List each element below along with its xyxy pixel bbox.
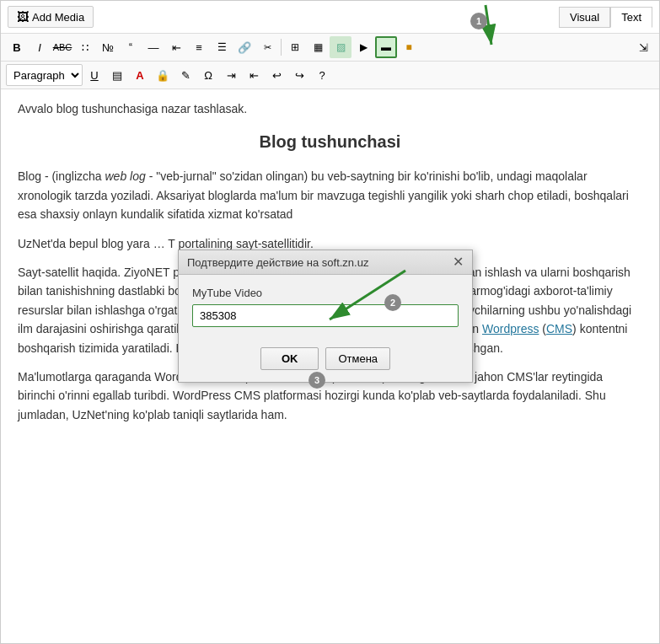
- dialog-field-label: MyTube Video: [192, 287, 459, 299]
- dialog-body: MyTube Video: [179, 275, 472, 339]
- dialog-input[interactable]: [192, 304, 459, 327]
- dialog-title: Подтвердите действие на soft.zn.uz: [187, 256, 368, 269]
- dialog-cancel-button[interactable]: Отмена: [325, 347, 390, 370]
- dialog-close-button[interactable]: ✕: [453, 255, 464, 269]
- editor-container: 🖼 Add Media Visual Text B I ABC ∷ № “ — …: [0, 0, 660, 644]
- dialog-ok-button[interactable]: OK: [260, 347, 319, 370]
- badge-2: 2: [384, 294, 401, 311]
- badge-1: 1: [470, 13, 487, 30]
- badge-3: 3: [309, 372, 325, 389]
- dialog: Подтвердите действие на soft.zn.uz ✕ MyT…: [178, 250, 473, 383]
- dialog-overlay: Подтвердите действие на soft.zn.uz ✕ MyT…: [1, 1, 659, 643]
- dialog-footer: OK Отмена: [179, 339, 472, 382]
- dialog-titlebar: Подтвердите действие на soft.zn.uz ✕: [179, 250, 472, 275]
